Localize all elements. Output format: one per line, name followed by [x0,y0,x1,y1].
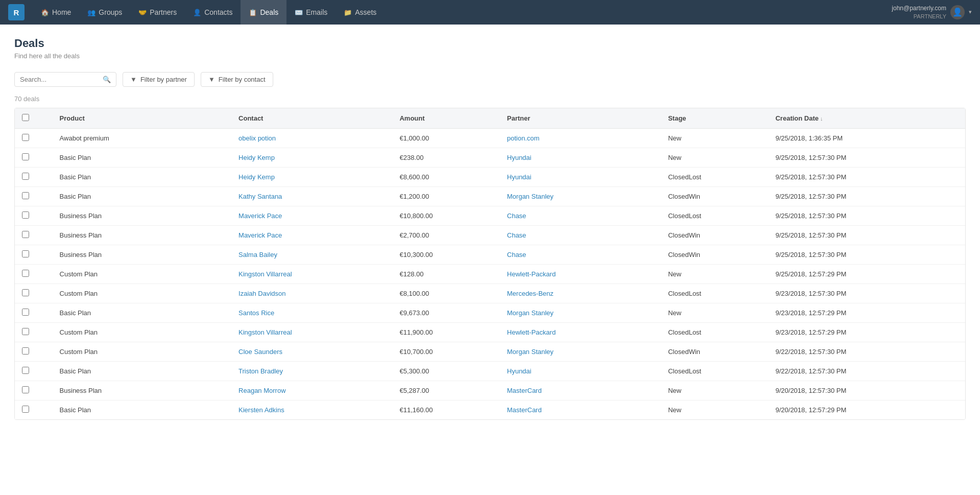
contact-link[interactable]: Maverick Pace [238,212,282,220]
search-input[interactable] [20,76,100,83]
row-checkbox-cell[interactable] [15,284,53,303]
row-partner[interactable]: Mercedes-Benz [500,284,661,303]
search-box[interactable]: 🔍 [14,72,116,87]
partner-link[interactable]: Morgan Stanley [507,309,554,317]
contact-link[interactable]: Kingston Villarreal [238,328,292,336]
partner-link[interactable]: Hewlett-Packard [507,328,556,336]
row-partner[interactable]: Hyundai [500,148,661,168]
partner-link[interactable]: Chase [507,231,527,239]
row-checkbox-cell[interactable] [15,168,53,187]
row-checkbox-14[interactable] [22,406,29,413]
row-partner[interactable]: Morgan Stanley [500,303,661,323]
row-checkbox-9[interactable] [22,309,29,316]
row-partner[interactable]: Hewlett-Packard [500,265,661,284]
partner-link[interactable]: Hyundai [507,173,532,181]
partner-link[interactable]: Hewlett-Packard [507,270,556,278]
row-checkbox-10[interactable] [22,328,29,335]
row-checkbox-3[interactable] [22,192,29,199]
row-checkbox-11[interactable] [22,347,29,355]
contact-link[interactable]: Cloe Saunders [238,348,282,356]
partner-link[interactable]: MasterCard [507,406,542,414]
row-checkbox-1[interactable] [22,153,29,160]
row-checkbox-cell[interactable] [15,323,53,342]
row-partner[interactable]: Chase [500,206,661,226]
filter-contact-button[interactable]: ▼ Filter by contact [201,72,273,87]
row-partner[interactable]: MasterCard [500,381,661,400]
row-contact[interactable]: Salma Bailey [231,245,392,265]
row-contact[interactable]: Reagan Morrow [231,381,392,400]
row-checkbox-cell[interactable] [15,362,53,381]
row-checkbox-cell[interactable] [15,187,53,206]
partner-link[interactable]: Hyundai [507,154,532,161]
row-partner[interactable]: Chase [500,226,661,245]
contact-link[interactable]: Santos Rice [238,309,274,317]
row-checkbox-cell[interactable] [15,381,53,400]
row-partner[interactable]: MasterCard [500,400,661,420]
row-partner[interactable]: Morgan Stanley [500,187,661,206]
row-checkbox-cell[interactable] [15,342,53,362]
row-contact[interactable]: Maverick Pace [231,226,392,245]
nav-item-contacts[interactable]: 👤Contacts [185,0,241,25]
row-checkbox-cell[interactable] [15,265,53,284]
row-checkbox-6[interactable] [22,250,29,257]
row-checkbox-0[interactable] [22,134,29,141]
row-checkbox-cell[interactable] [15,400,53,420]
row-checkbox-8[interactable] [22,289,29,296]
nav-item-deals[interactable]: 📋Deals [241,0,286,25]
row-contact[interactable]: Kingston Villarreal [231,265,392,284]
row-contact[interactable]: Santos Rice [231,303,392,323]
header-creation-date[interactable]: Creation Date [768,108,965,129]
nav-item-home[interactable]: 🏠Home [33,0,79,25]
row-checkbox-cell[interactable] [15,303,53,323]
contact-link[interactable]: Kathy Santana [238,193,282,200]
row-partner[interactable]: Chase [500,245,661,265]
row-contact[interactable]: Kingston Villarreal [231,323,392,342]
partner-link[interactable]: Hyundai [507,367,532,375]
row-checkbox-2[interactable] [22,173,29,180]
contact-link[interactable]: obelix potion [238,134,276,142]
contact-link[interactable]: Salma Bailey [238,251,277,258]
row-checkbox-cell[interactable] [15,245,53,265]
row-contact[interactable]: obelix potion [231,129,392,148]
row-contact[interactable]: Izaiah Davidson [231,284,392,303]
row-partner[interactable]: Hyundai [500,362,661,381]
select-all-checkbox[interactable] [22,114,29,121]
partner-link[interactable]: MasterCard [507,387,542,394]
row-contact[interactable]: Cloe Saunders [231,342,392,362]
nav-logo[interactable]: R [8,4,25,20]
contact-link[interactable]: Izaiah Davidson [238,290,286,297]
row-contact[interactable]: Heidy Kemp [231,148,392,168]
partner-link[interactable]: Mercedes-Benz [507,290,554,297]
nav-item-partners[interactable]: 🤝Partners [130,0,185,25]
row-partner[interactable]: Hewlett-Packard [500,323,661,342]
row-checkbox-cell[interactable] [15,129,53,148]
partner-link[interactable]: Chase [507,251,527,258]
contact-link[interactable]: Heidy Kemp [238,154,275,161]
row-partner[interactable]: Morgan Stanley [500,342,661,362]
contact-link[interactable]: Maverick Pace [238,231,282,239]
row-partner[interactable]: Hyundai [500,168,661,187]
partner-link[interactable]: Morgan Stanley [507,348,554,356]
contact-link[interactable]: Kiersten Adkins [238,406,284,414]
partner-link[interactable]: potion.com [507,134,540,142]
row-partner[interactable]: potion.com [500,129,661,148]
row-checkbox-cell[interactable] [15,148,53,168]
row-contact[interactable]: Heidy Kemp [231,168,392,187]
row-checkbox-7[interactable] [22,270,29,277]
contact-link[interactable]: Triston Bradley [238,367,283,375]
row-checkbox-5[interactable] [22,231,29,238]
row-checkbox-4[interactable] [22,211,29,219]
row-contact[interactable]: Kiersten Adkins [231,400,392,420]
row-checkbox-13[interactable] [22,386,29,393]
row-checkbox-12[interactable] [22,367,29,374]
partner-link[interactable]: Morgan Stanley [507,193,554,200]
nav-user-menu[interactable]: john@partnerly.com PARTNERLY 👤 ▾ [892,5,972,20]
row-checkbox-cell[interactable] [15,226,53,245]
nav-item-assets[interactable]: 📁Assets [336,0,385,25]
partner-link[interactable]: Chase [507,212,527,220]
header-checkbox-col[interactable] [15,108,53,129]
contact-link[interactable]: Reagan Morrow [238,387,286,394]
nav-item-groups[interactable]: 👥Groups [79,0,130,25]
filter-partner-button[interactable]: ▼ Filter by partner [123,72,195,87]
row-contact[interactable]: Triston Bradley [231,362,392,381]
